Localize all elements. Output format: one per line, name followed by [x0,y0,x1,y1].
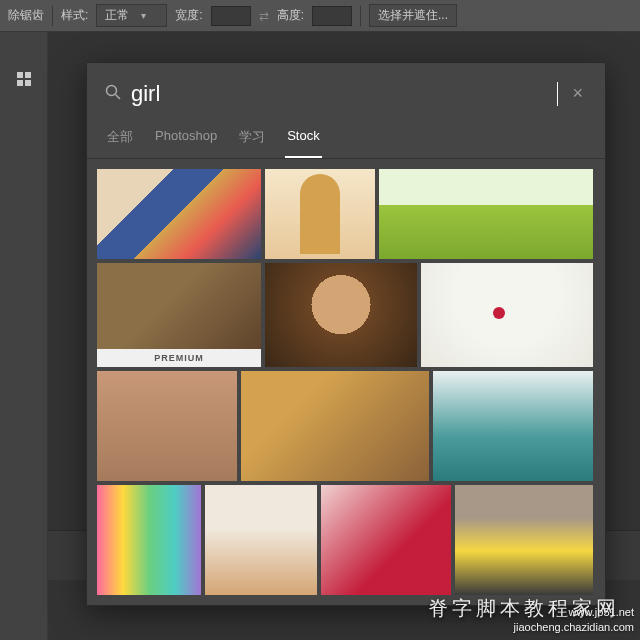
stock-thumbnail[interactable] [241,371,429,481]
watermark-line2: jiaocheng.chazidian.com [514,620,634,634]
stock-thumbnail[interactable] [265,169,375,259]
tab-photoshop[interactable]: Photoshop [153,122,219,158]
antialias-label: 除锯齿 [8,7,44,24]
separator [360,6,361,26]
close-icon[interactable]: × [568,79,587,108]
results-grid: PREMIUM [87,159,605,605]
svg-line-1 [116,94,121,99]
watermark-line1: www.jb51.net [514,605,634,619]
stock-thumbnail[interactable] [455,485,593,595]
result-row [97,371,595,481]
tab-学习[interactable]: 学习 [237,122,267,158]
width-input[interactable] [211,6,251,26]
search-icon [105,84,121,104]
result-row: PREMIUM [97,263,595,367]
style-select[interactable]: 正常 [96,4,167,27]
stock-thumbnail[interactable] [97,371,237,481]
stock-thumbnail[interactable] [205,485,317,595]
tab-stock[interactable]: Stock [285,122,322,158]
watermark: www.jb51.net jiaocheng.chazidian.com [514,605,634,634]
stock-thumbnail[interactable] [97,485,201,595]
search-row: girl × [87,63,605,116]
tool-sidebar [0,32,48,640]
text-cursor [557,82,558,106]
stock-thumbnail[interactable] [265,263,417,367]
result-row [97,169,595,259]
search-tabs: 全部Photoshop学习Stock [87,116,605,159]
document-area: 工作。 girl × 全部Photoshop学习Stock PREMIUM [48,32,640,640]
options-toolbar: 除锯齿 样式: 正常 宽度: ⇄ 高度: 选择并遮住... [0,0,640,32]
separator [52,6,53,26]
stock-thumbnail[interactable] [97,169,261,259]
search-panel: girl × 全部Photoshop学习Stock PREMIUM [86,62,606,606]
premium-badge: PREMIUM [97,349,261,367]
height-label: 高度: [277,7,304,24]
tab-全部[interactable]: 全部 [105,122,135,158]
result-row [97,485,595,595]
search-input[interactable]: girl [131,81,557,107]
svg-point-0 [107,85,117,95]
height-input[interactable] [312,6,352,26]
stock-thumbnail[interactable]: PREMIUM [97,263,261,367]
search-input-wrap[interactable]: girl [131,81,558,107]
grid-view-icon[interactable] [17,72,31,86]
stock-thumbnail[interactable] [421,263,593,367]
stock-thumbnail[interactable] [433,371,593,481]
stock-thumbnail[interactable] [379,169,593,259]
width-label: 宽度: [175,7,202,24]
select-mask-button[interactable]: 选择并遮住... [369,4,457,27]
style-label: 样式: [61,7,88,24]
style-value: 正常 [105,7,129,24]
swap-icon[interactable]: ⇄ [259,9,269,23]
stock-thumbnail[interactable] [321,485,451,595]
